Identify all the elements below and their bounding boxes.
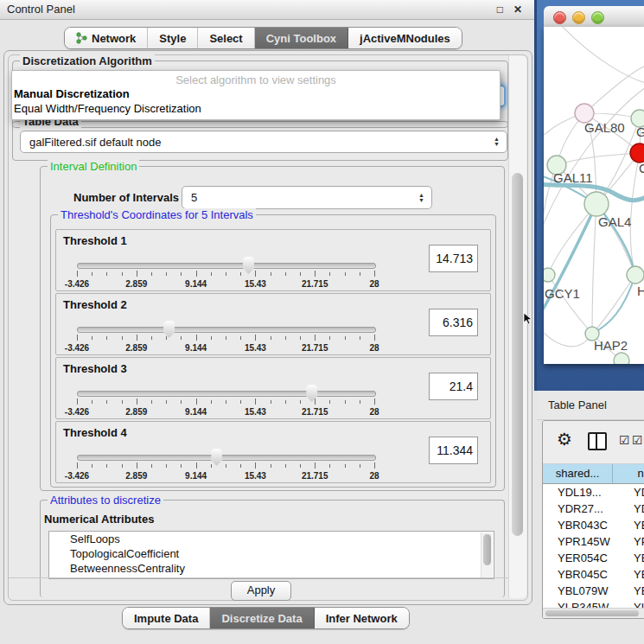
table-header-row: shared... n xyxy=(543,464,644,484)
cell-name[interactable]: YDL1 xyxy=(627,484,644,501)
threshold-slider[interactable]: -3.4262.8599.14415.4321.71528 xyxy=(77,448,374,481)
threshold-slider[interactable]: -3.4262.8599.14415.4321.71528 xyxy=(77,384,374,417)
attribute-list-item[interactable]: BetweennessCentrality xyxy=(49,561,494,576)
attribute-list-item[interactable]: SelfLoops xyxy=(49,532,494,546)
tab-impute-data[interactable]: Impute Data xyxy=(123,608,210,628)
cell-name[interactable]: YBR0 xyxy=(627,566,644,583)
threshold-row: Threshold 1 -3.4262.8599.14415.4321.7152… xyxy=(55,229,491,291)
checkbox-icon[interactable]: ☑ xyxy=(632,433,643,447)
threshold-value-field[interactable]: 14.713 xyxy=(429,245,478,272)
column-header-name[interactable]: n xyxy=(613,464,644,484)
tick-mark xyxy=(315,462,316,469)
tick-mark xyxy=(77,399,78,405)
attribute-list-item[interactable]: TopologicalCoefficient xyxy=(49,546,494,561)
table-row[interactable]: YBR043C YBR0 xyxy=(543,517,644,533)
tick-mark xyxy=(92,272,92,276)
tab-network-label: Network xyxy=(92,32,136,45)
node-h[interactable] xyxy=(627,266,644,284)
network-nodes[interactable] xyxy=(544,104,644,364)
close-traffic-light-icon[interactable] xyxy=(553,11,566,24)
tab-select[interactable]: Select xyxy=(198,28,254,48)
network-canvas[interactable]: GAL80 GA C GAL11 GAL4 GCY1 H HAP2 xyxy=(544,27,644,364)
tick-mark xyxy=(285,336,286,340)
cell-shared-name[interactable]: YDL19... xyxy=(543,484,627,501)
table-horizontal-scrollbar[interactable] xyxy=(543,608,644,618)
tick-mark xyxy=(211,336,212,340)
slider-track[interactable] xyxy=(77,263,376,269)
tick-mark xyxy=(315,335,316,341)
threshold-value-field[interactable]: 11.344 xyxy=(429,437,478,464)
table-row[interactable]: YER054C YER0 xyxy=(543,550,644,566)
tick-mark xyxy=(315,399,316,405)
table-row[interactable]: YDL19... YDL1 xyxy=(543,484,644,501)
checkbox-icon[interactable]: ☑ xyxy=(619,433,630,447)
table-row[interactable]: YDR27... YDR2 xyxy=(543,501,644,517)
table-row[interactable]: YBL079W YBL0 xyxy=(543,583,644,599)
slider-track[interactable] xyxy=(77,327,376,333)
cell-shared-name[interactable]: YER054C xyxy=(543,550,627,566)
algorithm-option-equal-width[interactable]: Equal Width/Frequency Discretization xyxy=(14,102,201,115)
tab-network[interactable]: Network xyxy=(65,28,148,48)
panel-vertical-scrollbar[interactable] xyxy=(508,55,526,598)
split-columns-icon[interactable] xyxy=(588,432,607,450)
gear-icon[interactable]: ⚙ xyxy=(557,430,572,448)
table-row[interactable]: YBR045C YBR0 xyxy=(543,566,644,583)
cell-name[interactable]: YBL0 xyxy=(627,583,644,599)
threshold-slider[interactable]: -3.4262.8599.14415.4321.71528 xyxy=(77,256,374,289)
column-header-shared[interactable]: shared... xyxy=(543,464,613,484)
node-selected-red[interactable] xyxy=(630,143,644,163)
cell-name[interactable]: YPR1 xyxy=(627,533,644,550)
tick-label: 9.144 xyxy=(185,471,207,481)
tab-discretize-data[interactable]: Discretize Data xyxy=(210,608,314,628)
cell-shared-name[interactable]: YBL079W xyxy=(543,583,627,599)
tab-infer-network[interactable]: Infer Network xyxy=(315,608,409,628)
threshold-slider[interactable]: -3.4262.8599.14415.4321.71528 xyxy=(77,320,374,353)
tick-label: 21.715 xyxy=(302,279,328,289)
float-window-icon[interactable]: □ xyxy=(497,3,503,16)
cell-shared-name[interactable]: YPR145W xyxy=(543,533,627,550)
cell-shared-name[interactable]: YBR045C xyxy=(543,566,627,583)
table-scrollbar-thumb[interactable] xyxy=(545,610,639,616)
node-gal4[interactable] xyxy=(584,192,609,216)
numerical-attributes-list[interactable]: SelfLoops TopologicalCoefficient Between… xyxy=(48,531,494,579)
threshold-label: Threshold 3 xyxy=(63,362,127,375)
tick-label: 2.859 xyxy=(125,343,147,353)
node-gcy1[interactable] xyxy=(544,268,555,282)
attributes-list-scrollbar-thumb[interactable] xyxy=(483,534,491,565)
apply-button[interactable]: Apply xyxy=(231,581,291,601)
table-row[interactable]: YPR145W YPR1 xyxy=(543,533,644,550)
threshold-value-field[interactable]: 6.316 xyxy=(429,309,478,336)
tick-mark xyxy=(271,464,271,468)
table-data-combobox[interactable]: galFiltered.sif default node ▲▼ xyxy=(20,131,507,153)
tick-mark xyxy=(122,336,123,340)
cell-name[interactable]: YER0 xyxy=(627,550,644,566)
slider-track[interactable] xyxy=(77,391,376,397)
tab-style[interactable]: Style xyxy=(148,28,198,48)
cell-shared-name[interactable]: YBR043C xyxy=(543,517,627,533)
panel-scrollbar-thumb[interactable] xyxy=(512,173,523,536)
close-icon[interactable]: ✕ xyxy=(513,3,522,16)
tick-mark xyxy=(240,336,241,340)
slider-track[interactable] xyxy=(77,455,376,461)
tick-mark xyxy=(151,336,152,340)
tick-mark xyxy=(374,399,375,405)
minimize-traffic-light-icon[interactable] xyxy=(572,11,585,24)
algorithm-option-manual[interactable]: Manual Discretization xyxy=(14,87,130,100)
tick-mark xyxy=(122,400,123,404)
cell-name[interactable]: YDR2 xyxy=(627,501,644,517)
tab-infer-network-label: Infer Network xyxy=(326,612,398,625)
thresholds-group-title: Threshold's Coordinates for 5 Intervals xyxy=(58,208,256,221)
node-bottom[interactable] xyxy=(614,353,629,364)
tick-label: 21.715 xyxy=(302,471,328,481)
threshold-value-field[interactable]: 21.4 xyxy=(429,373,478,400)
zoom-traffic-light-icon[interactable] xyxy=(591,11,604,24)
cell-name[interactable]: YBR0 xyxy=(627,517,644,533)
table-panel-card: ⚙ ☑ ☑ shared... n YDL19... YDL1 YDR27...… xyxy=(542,420,644,619)
tick-mark xyxy=(211,464,212,468)
tab-cyni-toolbox[interactable]: Cyni Toolbox xyxy=(255,28,348,48)
tab-jactivemnodules[interactable]: jActiveMNodules xyxy=(348,28,462,48)
num-intervals-combobox[interactable]: 5 ▲▼ xyxy=(182,186,432,209)
cell-shared-name[interactable]: YDR27... xyxy=(543,501,627,517)
attributes-list-scrollbar[interactable] xyxy=(481,532,493,577)
apply-divider xyxy=(9,577,526,578)
